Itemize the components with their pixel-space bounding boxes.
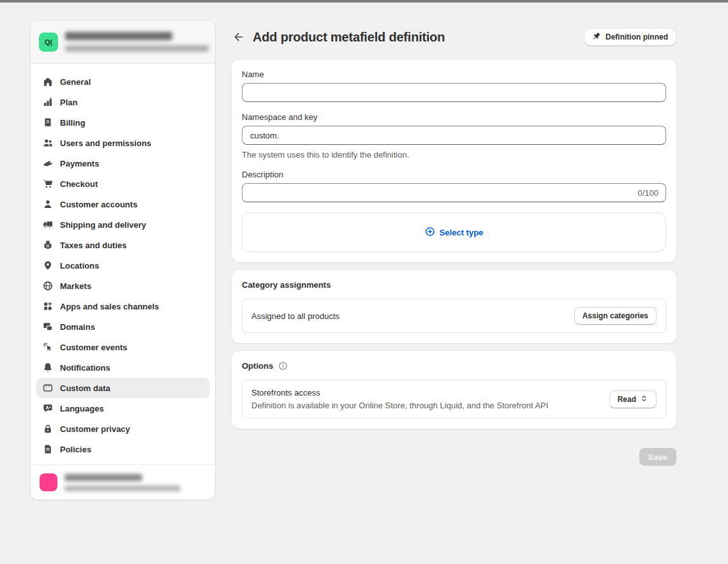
window-top-edge: [0, 0, 728, 3]
users-icon: [43, 138, 53, 148]
store-url-redacted: [65, 45, 209, 52]
namespace-label: Namespace and key: [242, 112, 666, 122]
info-icon[interactable]: [278, 361, 288, 371]
name-input[interactable]: [242, 83, 666, 102]
storefronts-access-description: Definition is available in your Online S…: [251, 401, 548, 410]
payments-icon: [43, 158, 53, 168]
person-icon: [43, 199, 53, 209]
sidebar-item-plan[interactable]: Plan: [36, 92, 210, 112]
sidebar-item-users-and-permissions[interactable]: Users and permissions: [36, 133, 210, 153]
sidebar-item-label: Customer events: [60, 343, 127, 352]
options-card: Options Storefronts access Definition is…: [232, 351, 676, 429]
truck-icon: [43, 219, 53, 230]
sidebar-item-label: Languages: [60, 404, 104, 413]
storefront-access-select[interactable]: Read: [609, 390, 657, 408]
store-avatar: Q(: [39, 33, 58, 52]
sidebar-item-locations[interactable]: Locations: [36, 255, 210, 276]
description-input[interactable]: [242, 183, 666, 202]
category-status-text: Assigned to all products: [251, 311, 339, 321]
sidebar-item-label: General: [60, 77, 91, 87]
category-assignments-row: Assigned to all products Assign categori…: [242, 299, 666, 333]
options-heading-row: Options: [242, 361, 666, 371]
save-button[interactable]: Save: [639, 448, 676, 466]
save-row: Save: [232, 448, 676, 466]
sidebar-item-label: Policies: [60, 445, 91, 454]
domains-icon: [43, 322, 53, 332]
select-type-button[interactable]: Select type: [425, 226, 484, 239]
sidebar-item-label: Customer privacy: [60, 424, 130, 434]
back-button[interactable]: [232, 30, 246, 44]
sidebar-item-general[interactable]: General: [36, 71, 210, 92]
sidebar-item-billing[interactable]: Billing: [36, 112, 210, 133]
sidebar-item-label: Checkout: [60, 179, 98, 189]
user-footer[interactable]: [31, 464, 215, 500]
plan-icon: [43, 97, 53, 107]
sidebar-item-markets[interactable]: Markets: [36, 276, 210, 296]
storefronts-access-row: Storefronts access Definition is availab…: [242, 380, 666, 419]
pinned-button-label: Definition pinned: [605, 33, 668, 41]
sidebar-item-label: Notifications: [60, 363, 110, 373]
location-pin-icon: [43, 260, 53, 271]
description-field-group: Description 0/100: [242, 170, 666, 202]
name-field-group: Name: [242, 70, 666, 102]
user-avatar: [40, 473, 57, 491]
sidebar-item-custom-data[interactable]: Custom data: [36, 378, 210, 398]
sidebar-item-checkout[interactable]: Checkout: [36, 174, 210, 194]
store-name-redacted: [65, 32, 172, 40]
page-header: Add product metafield definition Definit…: [232, 27, 676, 47]
sidebar-item-payments[interactable]: Payments: [36, 153, 210, 174]
caret-updown-icon: [640, 394, 648, 404]
select-type-container: Select type: [242, 212, 666, 252]
description-label: Description: [242, 170, 666, 179]
assign-categories-button[interactable]: Assign categories: [574, 307, 657, 325]
money-bag-icon: [43, 240, 53, 250]
settings-sidebar: Q( GeneralPlanBillingUsers and permissio…: [31, 20, 215, 500]
pin-icon: [592, 32, 601, 43]
name-label: Name: [242, 70, 666, 79]
sidebar-item-customer-events[interactable]: Customer events: [36, 337, 210, 357]
sidebar-item-customer-privacy[interactable]: Customer privacy: [36, 419, 210, 439]
namespace-field-group: Namespace and key The system uses this t…: [242, 112, 666, 160]
main-content: Add product metafield definition Definit…: [232, 27, 676, 466]
store-header[interactable]: Q(: [31, 20, 215, 64]
sidebar-item-domains[interactable]: Domains: [36, 316, 210, 337]
policies-icon: [43, 444, 53, 454]
sidebar-item-shipping-and-delivery[interactable]: Shipping and delivery: [36, 214, 210, 235]
sidebar-item-label: Locations: [60, 261, 99, 271]
sidebar-item-label: Shipping and delivery: [60, 220, 146, 230]
sidebar-item-label: Apps and sales channels: [60, 302, 159, 311]
circle-plus-icon: [425, 226, 435, 239]
sidebar-item-languages[interactable]: Languages: [36, 398, 210, 419]
sidebar-item-policies[interactable]: Policies: [36, 439, 210, 459]
options-heading: Options: [242, 361, 273, 371]
store-meta: [65, 32, 209, 52]
sidebar-item-label: Taxes and duties: [60, 241, 127, 250]
page-title: Add product metafield definition: [253, 30, 445, 45]
storefront-access-value: Read: [618, 395, 636, 404]
user-name-redacted: [64, 474, 142, 481]
apps-icon: [43, 301, 53, 311]
namespace-input[interactable]: [242, 126, 666, 145]
user-email-redacted: [64, 486, 181, 491]
category-assignments-heading: Category assignments: [242, 280, 666, 290]
sidebar-item-label: Custom data: [60, 383, 110, 393]
lock-icon: [43, 424, 53, 434]
cursor-click-icon: [43, 342, 53, 352]
sidebar-item-apps-and-sales-channels[interactable]: Apps and sales channels: [36, 296, 210, 316]
billing-icon: [43, 117, 53, 128]
sidebar-item-customer-accounts[interactable]: Customer accounts: [36, 194, 210, 214]
storefronts-access-title: Storefronts access: [251, 388, 548, 397]
sidebar-item-label: Customer accounts: [60, 200, 137, 209]
sidebar-item-label: Payments: [60, 159, 99, 168]
bell-icon: [43, 362, 53, 373]
sidebar-item-taxes-and-duties[interactable]: Taxes and duties: [36, 235, 210, 255]
definition-form-card: Name Namespace and key The system uses t…: [232, 59, 676, 262]
cart-icon: [43, 179, 53, 189]
back-arrow-icon: [232, 31, 245, 43]
sidebar-item-notifications[interactable]: Notifications: [36, 357, 210, 378]
custom-data-icon: [43, 383, 53, 393]
home-icon: [43, 77, 53, 87]
definition-pinned-button[interactable]: Definition pinned: [584, 28, 676, 46]
user-meta: [64, 474, 181, 491]
sidebar-item-label: Markets: [60, 281, 91, 291]
